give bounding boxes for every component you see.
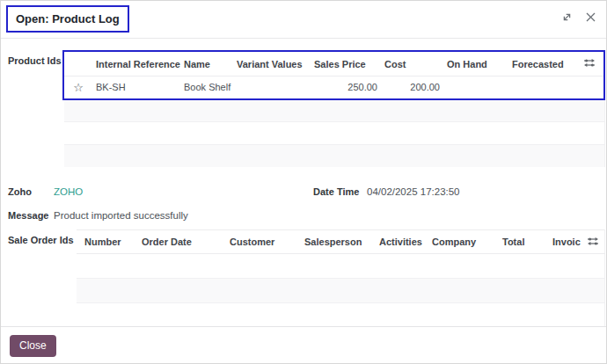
- col-salesperson[interactable]: Salesperson: [301, 230, 376, 254]
- cell-internal-reference[interactable]: BK-SH: [92, 76, 180, 98]
- dialog-title: Open: Product Log: [16, 12, 120, 25]
- expand-dialog-button[interactable]: [559, 11, 574, 25]
- date-time-value: 04/02/2025 17:23:50: [367, 186, 460, 197]
- dialog-header: Open: Product Log: [1, 1, 606, 39]
- empty-row: [77, 303, 604, 328]
- product-log-dialog: Open: Product Log: [0, 0, 607, 364]
- date-time-label: Date Time: [313, 186, 359, 197]
- product-table-row[interactable]: ☆ BK-SH Book Shelf 250.00 200.00: [64, 76, 604, 98]
- close-dialog-button[interactable]: [583, 11, 597, 25]
- empty-row: [64, 121, 604, 144]
- col-cost[interactable]: Cost: [381, 53, 443, 76]
- cell-name[interactable]: Book Shelf: [180, 76, 233, 98]
- sale-order-ids-table: Number Order Date Customer Salesperson A…: [77, 229, 605, 328]
- close-button[interactable]: Close: [10, 335, 56, 357]
- empty-row: [77, 279, 604, 303]
- col-internal-reference[interactable]: Internal Reference: [92, 53, 180, 76]
- col-forecasted[interactable]: Forecasted: [508, 53, 574, 76]
- adjust-columns-button[interactable]: [582, 230, 604, 254]
- col-invoic[interactable]: Invoic: [549, 230, 582, 254]
- col-sales-price[interactable]: Sales Price: [311, 53, 381, 76]
- col-activities[interactable]: Activities: [376, 230, 428, 254]
- product-ids-label: Product Ids: [8, 55, 62, 66]
- zoho-label: Zoho: [8, 186, 32, 197]
- cell-cost[interactable]: 200.00: [381, 76, 443, 98]
- col-total[interactable]: Total: [499, 230, 549, 254]
- cell-forecasted[interactable]: [508, 76, 574, 98]
- message-value: Product imported successfully: [54, 210, 188, 221]
- col-variant-values[interactable]: Variant Values: [233, 53, 311, 76]
- empty-row: [64, 98, 604, 121]
- adjust-columns-icon: [583, 59, 596, 69]
- sale-order-ids-label: Sale Order Ids: [8, 235, 74, 245]
- cell-sales-price[interactable]: 250.00: [311, 76, 381, 98]
- empty-row: [64, 144, 604, 167]
- zoho-value-link[interactable]: ZOHO: [54, 186, 83, 197]
- sale-table-header-row: Number Order Date Customer Salesperson A…: [77, 230, 604, 254]
- col-customer[interactable]: Customer: [226, 230, 301, 254]
- star-column-header: [64, 53, 92, 76]
- col-number[interactable]: Number: [77, 230, 138, 254]
- col-order-date[interactable]: Order Date: [138, 230, 226, 254]
- col-on-hand[interactable]: On Hand: [443, 53, 508, 76]
- adjust-columns-icon: [587, 237, 599, 248]
- col-name[interactable]: Name: [180, 53, 233, 76]
- product-table-header-row: Internal Reference Name Variant Values S…: [64, 53, 604, 76]
- empty-row: [77, 254, 604, 279]
- cell-variant-values[interactable]: [233, 76, 311, 98]
- message-label: Message: [8, 210, 48, 221]
- expand-diagonal-icon: [561, 11, 573, 26]
- close-x-icon: [585, 11, 596, 26]
- title-annotation-box: Open: Product Log: [6, 5, 129, 33]
- col-company[interactable]: Company: [428, 230, 499, 254]
- dialog-footer: Close: [1, 326, 606, 363]
- product-ids-table: Internal Reference Name Variant Values S…: [64, 53, 605, 167]
- cell-on-hand[interactable]: [443, 76, 508, 98]
- adjust-columns-button[interactable]: [574, 53, 604, 76]
- favorite-star-icon[interactable]: ☆: [64, 76, 92, 98]
